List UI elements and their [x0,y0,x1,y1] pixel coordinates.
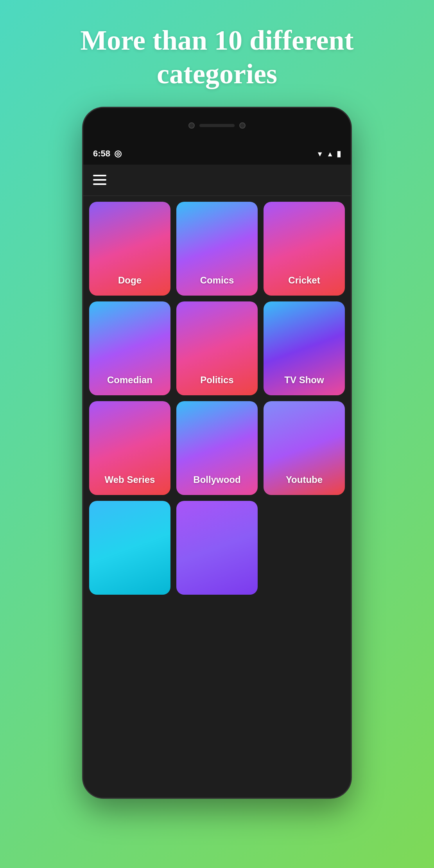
category-card-cricket[interactable]: Cricket [264,202,345,296]
category-label-doge: Doge [118,275,142,286]
category-card-tvshow[interactable]: TV Show [264,301,345,395]
notification-icon: ◎ [114,149,122,159]
category-label-youtube: Youtube [286,474,323,485]
status-bar: 6:58 ◎ [83,143,351,165]
page-header: More than 10 different categories [0,0,434,107]
time-display: 6:58 [93,149,110,159]
phone-camera-bar [83,108,351,143]
app-bar [83,165,351,196]
status-right [316,149,341,159]
category-label-comics: Comics [200,275,234,286]
hamburger-menu[interactable] [93,175,106,185]
camera-dot-1 [188,122,195,129]
category-label-bollywood: Bollywood [193,474,240,485]
category-label-politics: Politics [200,375,233,386]
categories-grid: DogeComicsCricketComedianPoliticsTV Show… [89,202,345,595]
phone-mockup: 6:58 ◎ DogeComicsCricketComedianPolitics… [82,107,352,799]
category-card-webseries[interactable]: Web Series [89,401,170,495]
category-card-youtube[interactable]: Youtube [264,401,345,495]
signal-icon [326,149,334,159]
category-label-cricket: Cricket [288,275,320,286]
camera-dot-2 [239,122,246,129]
category-card-bollywood[interactable]: Bollywood [176,401,258,495]
hamburger-line-1 [93,175,106,176]
category-card-extra2[interactable] [176,501,258,595]
category-label-webseries: Web Series [105,474,155,485]
category-card-comedian[interactable]: Comedian [89,301,170,395]
category-card-extra1[interactable] [89,501,170,595]
speaker-bar [199,124,235,127]
hamburger-line-2 [93,179,106,181]
wifi-icon [316,149,323,159]
status-left: 6:58 ◎ [93,149,122,159]
category-label-tvshow: TV Show [284,375,324,386]
category-label-comedian: Comedian [107,375,152,386]
category-card-doge[interactable]: Doge [89,202,170,296]
phone-content[interactable]: DogeComicsCricketComedianPoliticsTV Show… [83,196,351,799]
hamburger-line-3 [93,183,106,185]
battery-icon [337,149,341,159]
category-card-politics[interactable]: Politics [176,301,258,395]
category-card-comics[interactable]: Comics [176,202,258,296]
camera-area [188,122,246,129]
